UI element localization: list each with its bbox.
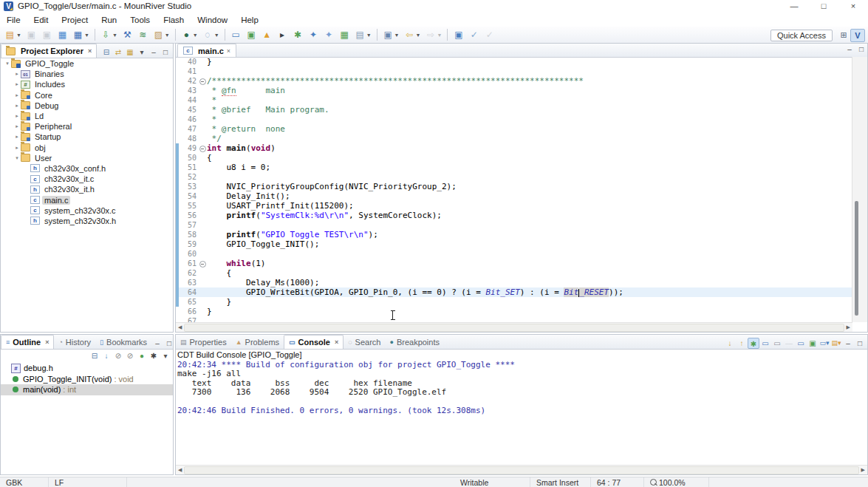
fold-column[interactable] [199, 259, 207, 268]
terminal-icon[interactable]: ▸ [276, 28, 290, 41]
tab-search[interactable]: ◌Search [344, 336, 385, 349]
console-horizontal-scrollbar[interactable]: ◀ ▶ [176, 465, 867, 474]
line-number[interactable]: 61 [179, 259, 199, 268]
tree-item-ch32v30x-it-c[interactable]: cch32v30x_it.c [1, 174, 173, 184]
flash-programmer-icon[interactable]: ▦ [55, 28, 69, 41]
sort-icon[interactable]: ↓ [100, 350, 112, 361]
line-number[interactable]: 53 [179, 182, 199, 191]
code-line-64[interactable]: 64 GPIO_WriteBit(GPIOA, GPIO_Pin_0, (i =… [176, 287, 852, 297]
outline-item-debug-h[interactable]: #debug.h [1, 363, 173, 374]
tree-expand-icon[interactable]: ▾ [4, 61, 11, 67]
status-insert-mode[interactable]: Smart Insert [530, 477, 591, 487]
close-button[interactable]: × [838, 0, 868, 13]
scroll-right-icon[interactable]: ▶ [861, 467, 865, 473]
maximize-panel-icon[interactable]: □ [855, 44, 867, 55]
tab-project-explorer[interactable]: Project Explorer × [1, 44, 97, 58]
minimize-panel-icon[interactable]: – [842, 338, 854, 349]
open-perspective-icon[interactable]: ⊞ [837, 29, 850, 41]
status-zoom-level[interactable]: 100.0% [644, 477, 709, 487]
scrollbar-thumb[interactable] [184, 466, 858, 474]
tab-bookmarks[interactable]: ▯Bookmarks [95, 336, 151, 349]
open-console-icon[interactable]: ▤▾ [830, 338, 842, 349]
outline-item-gpio-toggle-init-void-[interactable]: GPIO_Toggle_INIT(void): void [1, 374, 173, 385]
line-number[interactable]: 58 [179, 230, 199, 239]
code-line-49[interactable]: 49int main(void) [176, 143, 852, 153]
line-number[interactable]: 56 [179, 211, 199, 220]
code-line-62[interactable]: 62 { [176, 268, 852, 278]
fold-minus-icon[interactable] [199, 78, 206, 85]
line-number[interactable]: 48 [179, 134, 199, 143]
minimize-panel-icon[interactable]: – [844, 44, 855, 55]
line-number[interactable]: 46 [179, 115, 199, 124]
code-line-56[interactable]: 56 printf("SystemClk:%d\r\n", SystemCore… [176, 211, 852, 220]
code-line-61[interactable]: 61 while(1) [176, 259, 852, 268]
scrollbar-thumb[interactable] [855, 201, 858, 316]
line-number[interactable]: 45 [179, 105, 199, 115]
tab-main-c[interactable]: c main.c × [177, 44, 236, 57]
code-line-48[interactable]: 48 */ [176, 134, 852, 143]
maximize-panel-icon[interactable]: □ [160, 47, 171, 58]
code-line-65[interactable]: 65 } [176, 297, 852, 307]
line-number[interactable]: 52 [179, 172, 199, 182]
tree-item-ch32v30x-it-h[interactable]: hch32v30x_it.h [1, 184, 173, 194]
clear-console-icon[interactable]: ▭ [795, 338, 807, 349]
erase-icon[interactable]: ▲ [260, 28, 274, 41]
code-line-55[interactable]: 55 USART_Printf_Init(115200); [176, 201, 852, 211]
tab-console[interactable]: ▭Console× [284, 335, 344, 349]
code-line-46[interactable]: 46 * [176, 115, 852, 124]
line-number[interactable]: 42 [179, 76, 199, 86]
tree-item-obj[interactable]: ▸obj [1, 143, 173, 153]
code-line-44[interactable]: 44 * [176, 95, 852, 105]
filters-icon[interactable]: ✱ [148, 350, 160, 361]
scroll-lock-up-icon[interactable]: ↑ [736, 338, 748, 349]
tree-expand-icon[interactable]: ▸ [13, 81, 21, 87]
tree-expand-icon[interactable]: ▸ [13, 103, 21, 109]
menu-file[interactable]: File [0, 16, 27, 24]
hide-static-icon[interactable]: ⊘ [124, 350, 136, 361]
outline-item-main-void-[interactable]: main(void): int [1, 384, 173, 395]
word-wrap-icon[interactable]: ▭ [771, 338, 783, 349]
status-writable-state[interactable]: Writable [454, 477, 530, 487]
menu-edit[interactable]: Edit [27, 16, 55, 24]
tab-problems[interactable]: ▲Problems [231, 336, 284, 349]
scroll-lock-down-icon[interactable]: ↓ [724, 338, 736, 349]
debug-icon[interactable]: ●▼ [180, 28, 199, 41]
code-line-45[interactable]: 45 * @brief Main program. [176, 105, 852, 115]
scroll-left-icon[interactable]: ◀ [178, 324, 182, 330]
clean-icon[interactable]: ▨▼ [151, 28, 171, 41]
line-number[interactable]: 62 [179, 268, 199, 278]
console-output[interactable]: 20:42:34 **** Build of configuration obj… [177, 361, 864, 463]
code-line-63[interactable]: 63 Delay_Ms(1000); [176, 278, 852, 287]
show-console-output-icon[interactable]: ▭ [759, 338, 771, 349]
code-line-47[interactable]: 47 * @return none [176, 124, 852, 134]
tree-expand-icon[interactable]: ▾ [13, 155, 21, 161]
code-line-66[interactable]: 66} [176, 307, 852, 316]
tree-item-startup[interactable]: ▸Startup [1, 132, 173, 142]
code-line-52[interactable]: 52 [176, 172, 852, 182]
tree-item-gpio-toggle[interactable]: ▾GPIO_Toggle [1, 58, 173, 69]
next-annotation-icon[interactable]: ✓ [467, 28, 481, 41]
tree-item-ch32v30x-conf-h[interactable]: hch32v30x_conf.h [1, 163, 173, 174]
line-number[interactable]: 49 [179, 143, 199, 153]
open-element-icon[interactable]: ▣▼ [381, 28, 401, 41]
download-icon[interactable]: ⇩▼ [99, 28, 119, 41]
run-config-icon[interactable]: ✦ [322, 28, 336, 41]
scroll-right-icon[interactable]: ▶ [847, 324, 850, 330]
fold-column[interactable] [199, 76, 207, 86]
close-icon[interactable]: × [227, 47, 230, 55]
editor-vertical-scrollbar[interactable] [852, 57, 867, 322]
menu-window[interactable]: Window [191, 16, 234, 24]
line-number[interactable]: 54 [179, 191, 199, 201]
tree-expand-icon[interactable]: ▸ [13, 134, 21, 140]
back-icon[interactable]: ⇦▼ [403, 28, 423, 41]
minimize-panel-icon[interactable]: – [148, 47, 160, 58]
line-number[interactable]: 67 [179, 316, 199, 322]
line-number[interactable]: 41 [179, 67, 199, 76]
line-number[interactable]: 50 [179, 153, 199, 163]
close-icon[interactable]: × [335, 338, 338, 346]
line-number[interactable]: 55 [179, 201, 199, 211]
build-icon[interactable]: ▦▼ [71, 28, 91, 41]
tree-item-ld[interactable]: ▸Ld [1, 111, 173, 121]
tree-item-peripheral[interactable]: ▸Peripheral [1, 121, 173, 132]
mrs-perspective-icon[interactable]: V [850, 29, 865, 42]
